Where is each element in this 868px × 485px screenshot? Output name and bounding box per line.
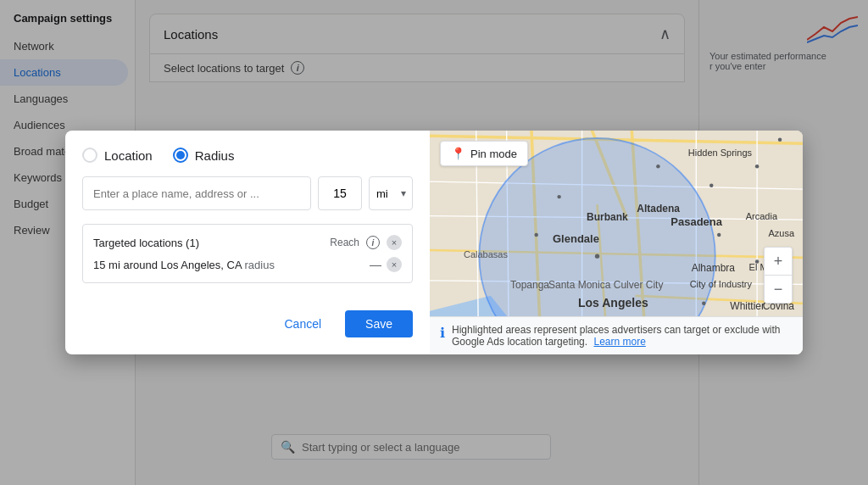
radio-row: Location Radius — [82, 148, 413, 163]
targeted-actions: Reach i × — [330, 235, 402, 250]
label-hidden-springs: Hidden Springs — [688, 148, 752, 158]
label-burbank: Burbank — [587, 211, 628, 223]
location-text: 15 mi around Los Angeles, CA radius — [93, 259, 275, 271]
radio-location-option[interactable]: Location — [82, 148, 153, 163]
location-row: 15 mi around Los Angeles, CA radius — × — [93, 257, 402, 272]
pin-icon: 📍 — [451, 147, 465, 160]
modal-overlay: Location Radius mi km — [0, 0, 868, 485]
reach-label: Reach — [330, 237, 359, 248]
unit-select[interactable]: mi km — [369, 176, 413, 210]
label-industry: City of Industry — [690, 279, 752, 289]
label-los-angeles: Los Angeles — [578, 296, 648, 309]
targeted-header: Targeted locations (1) Reach i × — [93, 235, 402, 250]
label-santa-monica-culver: Santa Monica Culver City — [548, 279, 663, 291]
svg-point-23 — [595, 254, 599, 258]
map-info-bar: ℹ Highlighted areas represent places adv… — [430, 316, 803, 354]
label-arcadia: Arcadia — [746, 211, 777, 221]
zoom-in-button[interactable]: + — [765, 248, 792, 275]
map-zoom-controls: + − — [764, 247, 793, 304]
svg-point-25 — [709, 183, 713, 187]
radio-location-label: Location — [104, 148, 153, 163]
modal-map-panel: Hidden Springs Kagel Canyon Burbank Alta… — [430, 131, 803, 354]
zoom-out-button[interactable]: − — [765, 276, 792, 303]
reach-info-icon[interactable]: i — [366, 236, 380, 249]
radio-radius-label: Radius — [195, 148, 235, 163]
label-topanga: Topanga — [510, 279, 549, 291]
svg-point-30 — [702, 302, 705, 305]
targeted-locations-box: Targeted locations (1) Reach i × 15 mi a… — [82, 224, 413, 283]
place-search-input[interactable] — [82, 176, 311, 210]
modal-left-panel: Location Radius mi km — [65, 131, 430, 354]
modal-body: Location Radius mi km — [65, 131, 803, 354]
map-container: Hidden Springs Kagel Canyon Burbank Alta… — [430, 131, 803, 354]
save-button[interactable]: Save — [345, 310, 413, 337]
radius-tag: radius — [245, 259, 275, 271]
location-main-text: 15 mi around Los Angeles, CA — [93, 259, 242, 271]
label-altadena: Altadena — [637, 203, 680, 215]
svg-point-26 — [755, 164, 759, 168]
info-bar-text: Highlighted areas represent places adver… — [452, 324, 793, 348]
location-remove-icon[interactable]: × — [387, 257, 402, 272]
targeted-title: Targeted locations (1) — [93, 237, 199, 249]
cancel-button[interactable]: Cancel — [270, 310, 335, 337]
learn-more-link[interactable]: Learn more — [593, 336, 645, 348]
label-pasadena: Pasadena — [670, 215, 722, 228]
label-azusa: Azusa — [768, 228, 794, 238]
svg-point-35 — [557, 195, 560, 198]
targeted-close-icon[interactable]: × — [387, 235, 402, 250]
pin-mode-button[interactable]: 📍 Pin mode — [440, 141, 528, 166]
label-calabasas: Calabasas — [464, 249, 508, 259]
svg-point-24 — [656, 164, 659, 168]
radio-location-circle — [82, 148, 97, 163]
svg-point-27 — [778, 138, 782, 142]
location-row-actions: — × — [370, 257, 402, 272]
label-glendale: Glendale — [553, 232, 599, 245]
label-alhambra: Alhambra — [692, 262, 735, 274]
radio-radius-option[interactable]: Radius — [173, 148, 235, 163]
radius-input[interactable] — [318, 176, 362, 210]
location-dash-btn[interactable]: — — [370, 258, 381, 271]
modal-footer: Cancel Save — [82, 310, 413, 337]
unit-select-wrap: mi km — [369, 176, 413, 210]
info-bar-icon: ℹ — [440, 325, 445, 341]
svg-point-28 — [717, 233, 721, 237]
label-whittier: Whittier — [730, 300, 765, 312]
modal-dialog: Location Radius mi km — [65, 131, 803, 354]
search-radius-row: mi km — [82, 176, 413, 210]
pin-mode-label: Pin mode — [470, 148, 517, 160]
svg-point-36 — [534, 233, 537, 237]
radio-radius-circle — [173, 148, 188, 163]
